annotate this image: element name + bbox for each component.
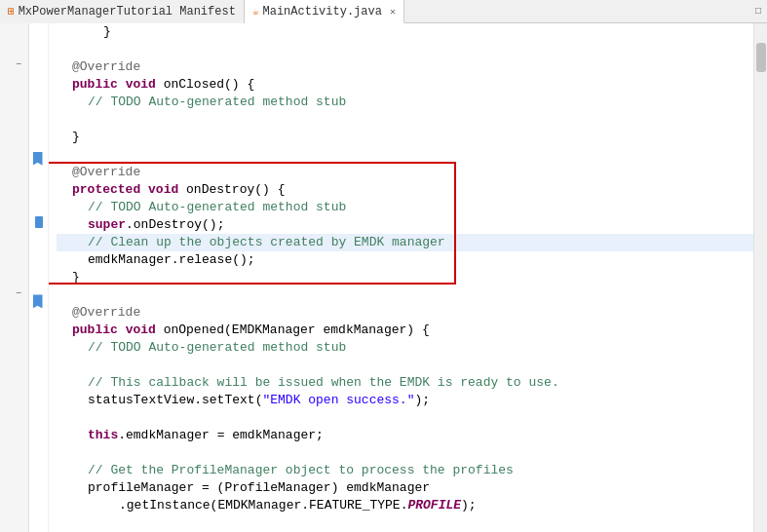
tab-mainactivity[interactable]: ☕ MainActivity.java ✕ — [245, 0, 404, 23]
code-line: super.onDestroy(); — [57, 216, 753, 234]
close-icon[interactable]: ✕ — [390, 6, 396, 18]
ide-window: ⊞ MxPowerManagerTutorial Manifest ☕ Main… — [0, 0, 767, 532]
gutter-row — [0, 253, 28, 270]
code-line: profileManager = (ProfileManager) emdkMa… — [57, 479, 753, 497]
gutter-row — [0, 368, 28, 385]
tab-mainactivity-label: MainActivity.java — [263, 5, 382, 19]
xml-icon: ⊞ — [8, 5, 15, 18]
code-line: emdkManager.release(); — [57, 251, 753, 269]
gutter-row — [0, 171, 28, 188]
code-area[interactable]: } @Override public void onClosed() { // … — [49, 23, 753, 532]
tab-manifest-label: MxPowerManagerTutorial Manifest — [19, 5, 236, 19]
gutter-row — [0, 40, 28, 57]
gutter-row — [0, 122, 28, 138]
code-line — [57, 146, 753, 164]
code-line: // Clean up the objects created by EMDK … — [57, 234, 753, 251]
gutter-row — [0, 220, 28, 237]
code-line — [57, 514, 753, 532]
code-line — [57, 357, 753, 374]
gutter-row — [0, 434, 28, 450]
margin-row — [29, 246, 48, 261]
margin-row — [29, 278, 48, 293]
gutter-row — [0, 483, 28, 500]
gutter-row — [0, 515, 28, 532]
gutter-row — [0, 319, 28, 335]
margin-row — [29, 469, 48, 484]
margin-row — [29, 182, 48, 198]
margin-row — [29, 484, 48, 500]
code-line: // This callback will be issued when the… — [57, 374, 753, 392]
code-line: // TODO Auto-generated method stub — [57, 199, 753, 216]
gutter-row — [0, 400, 28, 417]
margin-row — [29, 134, 48, 150]
code-line: // Get the ProfileManager object to proc… — [57, 462, 753, 479]
code-line — [57, 409, 753, 427]
highlight-marker — [35, 216, 43, 228]
margin-row — [29, 198, 48, 213]
margin-row — [29, 373, 48, 389]
margin-row — [29, 500, 48, 515]
gutter-row — [0, 385, 28, 401]
margin-row — [29, 437, 48, 452]
margin-row — [29, 358, 48, 373]
margin-row — [29, 405, 48, 421]
gutter-row — [0, 450, 28, 467]
gutter-row — [0, 270, 28, 286]
code-line: this.emdkManager = emdkManager; — [57, 427, 753, 444]
code-line: public void onClosed() { — [57, 76, 753, 94]
margin-row — [29, 167, 48, 182]
margin-row — [29, 56, 48, 71]
code-line: } — [57, 129, 753, 146]
gutter-row — [0, 352, 28, 368]
margin-row — [29, 421, 48, 437]
code-line: public void onOpened(EMDKManager emdkMan… — [57, 322, 753, 339]
margin-row — [29, 214, 48, 230]
code-line: @Override — [57, 164, 753, 181]
maximize-icon[interactable]: □ — [749, 6, 767, 17]
tab-bar: ⊞ MxPowerManagerTutorial Manifest ☕ Main… — [0, 0, 767, 23]
margin-row — [29, 341, 48, 357]
gutter-row — [0, 237, 28, 253]
code-line: // TODO Auto-generated method stub — [57, 339, 753, 357]
scrollbar-thumb[interactable] — [756, 43, 766, 72]
gutter: − − — [0, 23, 29, 532]
gutter-row — [0, 105, 28, 122]
scrollbar-right[interactable] — [753, 23, 767, 532]
gutter-row — [0, 467, 28, 483]
code-line — [57, 41, 753, 58]
margin-row — [29, 23, 48, 39]
gutter-row[interactable]: − — [0, 57, 28, 73]
code-line — [57, 286, 753, 304]
margin-row — [29, 293, 48, 309]
left-margin — [29, 23, 49, 532]
margin-row — [29, 262, 48, 278]
margin-row — [29, 151, 48, 167]
bookmark-icon — [33, 294, 43, 308]
gutter-row — [0, 204, 28, 220]
gutter-row — [0, 302, 28, 319]
tab-manifest[interactable]: ⊞ MxPowerManagerTutorial Manifest — [0, 0, 245, 23]
code-line: } — [57, 23, 753, 41]
margin-row — [29, 119, 48, 134]
gutter-row — [0, 187, 28, 204]
gutter-row — [0, 89, 28, 105]
code-line: // TODO Auto-generated method stub — [57, 94, 753, 111]
gutter-row — [0, 138, 28, 155]
margin-row — [29, 103, 48, 119]
gutter-row[interactable]: − — [0, 286, 28, 303]
gutter-row — [0, 23, 28, 40]
code-line: protected void onDestroy() { — [57, 181, 753, 199]
editor-body: − − — [0, 23, 767, 532]
gutter-row — [0, 73, 28, 90]
margin-row — [29, 452, 48, 468]
code-line: @Override — [57, 58, 753, 76]
margin-row — [29, 39, 48, 55]
margin-row — [29, 325, 48, 341]
fold-icon[interactable]: − — [13, 288, 24, 300]
margin-row — [29, 310, 48, 325]
margin-row — [29, 87, 48, 102]
margin-row — [29, 389, 48, 404]
bookmark-icon — [33, 152, 43, 166]
fold-icon[interactable]: − — [13, 58, 24, 70]
margin-row — [29, 71, 48, 87]
